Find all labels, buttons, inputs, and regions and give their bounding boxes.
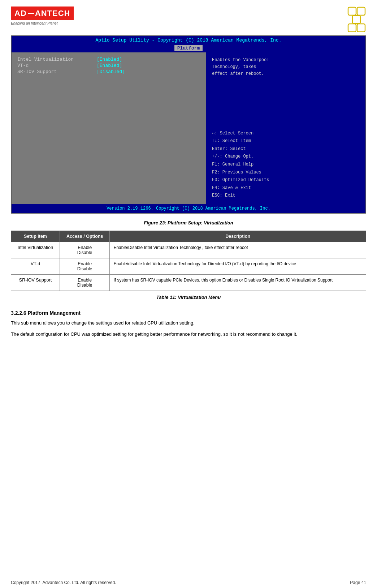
bios-title: Aptio Setup Utility - Copyright (C) 2018… [12, 36, 365, 44]
bios-label-sriov: SR-IOV Support [17, 69, 97, 74]
logo-ad: AD [14, 9, 27, 18]
desc-intel-virt: Enable/Disable Intel Virtualization Tech… [110, 242, 366, 258]
table-row: VT-d EnableDisable Enable/disable Intel … [11, 258, 366, 275]
footer-copyright: Copyright 2017 Advantech Co. Ltd. All ri… [11, 580, 116, 585]
bios-nav: Platform [12, 44, 365, 52]
decorative-diamonds [326, 7, 366, 32]
access-intel-virt: EnableDisable [60, 242, 110, 258]
bios-row-vtd: VT-d [Enabled] [17, 63, 200, 68]
page-header: AD⸺ANTECH Enabling an Intelligent Planet [0, 0, 377, 35]
logo-area: AD⸺ANTECH Enabling an Intelligent Planet [11, 7, 74, 25]
section-para-2: The default configuration for CPU was op… [11, 331, 366, 338]
bios-settings-panel: Intel Virtualization [Enabled] VT-d [Ena… [12, 52, 206, 204]
logo-vantech: ⸺ANTECH [27, 9, 70, 18]
company-logo: AD⸺ANTECH [11, 7, 74, 20]
col-header-access: Access / Options [60, 231, 110, 242]
access-vtd: EnableDisable [60, 258, 110, 275]
bios-row-sriov: SR-IOV Support [Disabled] [17, 69, 200, 74]
bios-divider [212, 126, 360, 126]
section-heading: 3.2.2.6 Platform Management [11, 310, 366, 316]
spacer [0, 342, 377, 577]
desc-vtd: Enable/disable Intel Virtualization Tech… [110, 258, 366, 275]
logo-subtitle: Enabling an Intelligent Planet [11, 21, 74, 25]
bios-footer: Version 2.19.1266. Copyright (C) 2018 Am… [12, 204, 365, 213]
item-vtd: VT-d [11, 258, 60, 275]
table-row: Intel Virtualization EnableDisable Enabl… [11, 242, 366, 258]
diamond-icon [326, 7, 366, 32]
bios-value-vtd: [Enabled] [97, 63, 122, 68]
footer-page: Page 41 [350, 580, 366, 585]
page-footer: Copyright 2017 Advantech Co. Ltd. All ri… [0, 577, 377, 588]
table-header-row: Setup item Access / Options Description [11, 231, 366, 242]
svg-rect-1 [357, 7, 365, 15]
svg-rect-3 [357, 24, 365, 32]
desc-sriov: If system has SR-IOV capable PCIe Device… [110, 275, 366, 291]
item-intel-virt: Intel Virtualization [11, 242, 60, 258]
bios-key-legend: ↔: Select Screen ↑↓: Select Item Enter: … [212, 130, 360, 200]
section-para-1: This sub menu allows you to change the s… [11, 319, 366, 327]
bios-row-intel-virt: Intel Virtualization [Enabled] [17, 57, 200, 62]
col-header-description: Description [110, 231, 366, 242]
bios-label-intel-virt: Intel Virtualization [17, 57, 97, 62]
svg-rect-4 [348, 24, 356, 32]
bios-help-panel: Enables the Vanderpool Technology, takes… [206, 52, 365, 204]
bios-active-menu: Platform [174, 45, 203, 51]
bios-help-text: Enables the Vanderpool Technology, takes… [212, 57, 360, 78]
svg-rect-0 [348, 7, 356, 15]
item-sriov: SR-IOV Support [11, 275, 60, 291]
bios-main-area: Intel Virtualization [Enabled] VT-d [Ena… [12, 52, 365, 204]
table-caption: Table 11: Virtualization Menu [11, 295, 366, 300]
svg-rect-2 [352, 16, 360, 23]
table-row: SR-IOV Support EnableDisable If system h… [11, 275, 366, 291]
bios-screen: Aptio Setup Utility - Copyright (C) 2018… [11, 35, 366, 214]
virtualization-table: Setup item Access / Options Description … [11, 231, 366, 291]
footer-year: 2017 [31, 580, 40, 585]
bios-value-sriov: [Disabled] [97, 69, 125, 74]
bios-label-vtd: VT-d [17, 63, 97, 68]
figure-caption: Figure 23: Platform Setup: Virtualizatio… [11, 220, 366, 226]
section-body: This sub menu allows you to change the s… [11, 319, 366, 342]
access-sriov: EnableDisable [60, 275, 110, 291]
col-header-setup-item: Setup item [11, 231, 60, 242]
bios-value-intel-virt: [Enabled] [97, 57, 122, 62]
